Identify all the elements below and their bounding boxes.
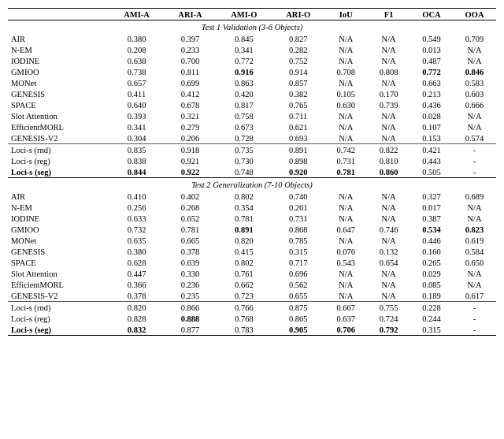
table-row: Loci-s (reg)0.8380.9210.7300.8980.7310.8… [8,155,496,166]
cell-ami_o: 0.916 [216,66,272,77]
cell-f1: 0.755 [367,302,410,314]
method-name: SPACE [8,257,109,268]
cell-oca: 0.153 [410,132,453,144]
cell-iou: N/A [324,268,367,279]
cell-ari_a: 0.866 [165,302,217,314]
cell-iou: N/A [324,279,367,290]
cell-ami_o: 0.845 [216,33,272,44]
cell-ari_o: 0.731 [272,213,324,224]
method-name: N-EM [8,44,109,55]
column-header-row: AMI-A ARI-A AMI-O ARI-O IoU F1 OCA OOA [8,9,496,20]
section-header-text: Test 2 Generalization (7-10 Objects) [8,178,496,192]
table-row: Slot Attention0.3930.3210.7580.711N/AN/A… [8,110,496,121]
cell-ami_a: 0.380 [109,246,165,257]
cell-ari_a: 0.921 [165,155,217,166]
method-name: AIR [8,191,109,202]
cell-iou: N/A [324,121,367,132]
cell-ami_a: 0.828 [109,313,165,324]
col-f1: F1 [367,9,410,20]
cell-ooa: 0.617 [453,290,496,302]
cell-ami_a: 0.633 [109,213,165,224]
cell-oca: 0.228 [410,302,453,314]
method-name: MONet [8,235,109,246]
cell-oca: 0.534 [410,224,453,235]
cell-ari_a: 0.665 [165,235,217,246]
cell-f1: 0.739 [367,99,410,110]
col-method [8,9,109,20]
method-name: EfficientMORL [8,121,109,132]
method-name: IODINE [8,55,109,66]
table-row: GMIOO0.7320.7810.8910.8680.6470.7460.534… [8,224,496,235]
cell-f1: 0.810 [367,155,410,166]
cell-ari_o: 0.261 [272,202,324,213]
cell-iou: 0.742 [324,144,367,156]
cell-ooa: N/A [453,44,496,55]
table-row: MONet0.6350.6650.8200.785N/AN/A0.4460.61… [8,235,496,246]
method-name: MONet [8,77,109,88]
cell-ami_o: 0.723 [216,290,272,302]
cell-iou: N/A [324,191,367,202]
cell-ari_o: 0.875 [272,302,324,314]
method-name: AIR [8,33,109,44]
cell-ooa: 0.574 [453,132,496,144]
cell-ari_a: 0.918 [165,144,217,156]
cell-iou: 0.543 [324,257,367,268]
cell-ami_a: 0.635 [109,235,165,246]
cell-ami_o: 0.420 [216,88,272,99]
cell-f1: 0.822 [367,144,410,156]
cell-ami_o: 0.735 [216,144,272,156]
table-row: EfficientMORL0.3410.2790.6730.621N/AN/A0… [8,121,496,132]
cell-oca: 0.189 [410,290,453,302]
cell-ooa: 0.709 [453,33,496,44]
method-name: Loci-s (reg) [8,313,109,324]
cell-ari_a: 0.888 [165,313,217,324]
cell-ari_a: 0.639 [165,257,217,268]
cell-ari_o: 0.717 [272,257,324,268]
cell-f1: 0.792 [367,324,410,336]
cell-ami_o: 0.863 [216,77,272,88]
cell-ari_o: 0.621 [272,121,324,132]
cell-oca: 0.772 [410,66,453,77]
cell-ari_a: 0.652 [165,213,217,224]
cell-ari_o: 0.315 [272,246,324,257]
method-name: GMIOO [8,224,109,235]
cell-ami_o: 0.415 [216,246,272,257]
cell-oca: 0.505 [410,166,453,178]
cell-ari_o: 0.865 [272,313,324,324]
cell-f1: 0.724 [367,313,410,324]
table-row: Loci-s (rnd)0.8200.8660.7660.8750.6670.7… [8,302,496,314]
table-row: SPACE0.6400.6780.8170.7650.6300.7390.436… [8,99,496,110]
cell-ami_o: 0.341 [216,44,272,55]
col-iou: IoU [324,9,367,20]
cell-ami_a: 0.732 [109,224,165,235]
table-row: AIR0.4100.4020.8020.740N/AN/A0.3270.689 [8,191,496,202]
cell-f1: N/A [367,121,410,132]
cell-ami_a: 0.304 [109,132,165,144]
table-row: IODINE0.6380.7000.7720.752N/AN/A0.487N/A [8,55,496,66]
table-row: N-EM0.2080.2330.3410.282N/AN/A0.013N/A [8,44,496,55]
cell-iou: N/A [324,33,367,44]
cell-iou: 0.781 [324,166,367,178]
cell-ari_o: 0.382 [272,88,324,99]
cell-oca: 0.663 [410,77,453,88]
cell-ari_a: 0.402 [165,191,217,202]
method-name: GENESIS [8,88,109,99]
cell-oca: 0.315 [410,324,453,336]
table-row: GENESIS0.4110.4120.4200.3820.1050.1700.2… [8,88,496,99]
cell-ari_a: 0.678 [165,99,217,110]
cell-ami_o: 0.728 [216,132,272,144]
table-row: GENESIS0.3800.3780.4150.3150.0760.1320.1… [8,246,496,257]
cell-oca: 0.443 [410,155,453,166]
cell-ami_a: 0.410 [109,191,165,202]
cell-ari_o: 0.740 [272,191,324,202]
col-ami-o: AMI-O [216,9,272,20]
cell-ami_o: 0.783 [216,324,272,336]
cell-oca: 0.421 [410,144,453,156]
cell-f1: 0.170 [367,88,410,99]
cell-ari_a: 0.412 [165,88,217,99]
cell-ami_o: 0.662 [216,279,272,290]
cell-oca: 0.017 [410,202,453,213]
table-row: Loci-s (reg)0.8280.8880.7680.8650.6370.7… [8,313,496,324]
cell-ami_a: 0.657 [109,77,165,88]
cell-ami_o: 0.802 [216,257,272,268]
